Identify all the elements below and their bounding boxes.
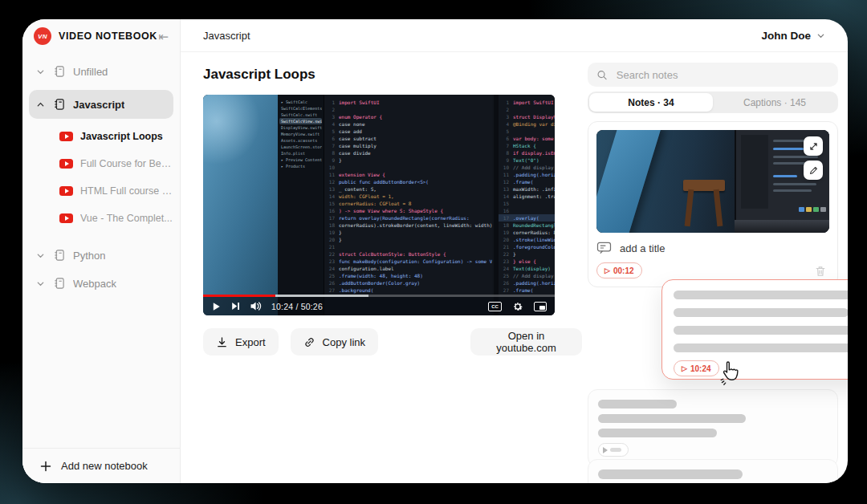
time-display: 10:24 / 50:26: [271, 302, 323, 311]
play-outline-icon: ▷: [682, 365, 687, 372]
code-line: 17 return overlay(RoundedRectangle(corne…: [324, 214, 492, 222]
code-line: 14 width: CGFloat = 1,: [324, 193, 492, 200]
player-control-bar: 10:24 / 50:26 CC: [203, 295, 555, 315]
code-line: 25 .frame(width: 48, height: 48): [324, 272, 492, 279]
skeleton-text-bar: [674, 291, 848, 299]
code-line: 16 ) -> some View where S: ShapeStyle {: [324, 207, 492, 214]
tab-captions[interactable]: Captions · 145: [713, 93, 836, 112]
user-menu[interactable]: John Doe: [761, 30, 825, 42]
search-notes-field[interactable]: [588, 63, 838, 87]
chevron-down-icon: [35, 251, 45, 260]
note-card-skeleton[interactable]: [588, 389, 838, 467]
skeleton-timestamp-badge: [598, 443, 629, 457]
settings-gear-icon[interactable]: [512, 301, 523, 312]
copy-link-button[interactable]: Copy link: [291, 328, 378, 356]
next-icon[interactable]: [230, 301, 241, 311]
tab-notes[interactable]: Notes · 34: [589, 93, 713, 112]
breadcrumb: Javascript: [203, 30, 250, 42]
code-line: 1import SwiftUI: [499, 99, 555, 106]
youtube-icon: [59, 132, 73, 141]
sidebar-item-webpack[interactable]: Webpack: [29, 274, 173, 293]
sidebar-video-vue[interactable]: Vue - The Complet...: [22, 209, 173, 228]
sidebar-video-full-course[interactable]: Full Course for Begi...: [22, 154, 173, 173]
top-bar: Javascript John Doe: [181, 19, 848, 52]
sidebar-video-html-course[interactable]: HTML Full course - ...: [22, 181, 173, 201]
note-card[interactable]: add a title ▷ 00:12: [588, 121, 838, 287]
add-notebook-button[interactable]: Add new notebook: [22, 448, 180, 483]
code-line: 8 case divide: [324, 149, 492, 156]
sidebar-item-unfilled[interactable]: Unfilled: [29, 62, 173, 81]
sidebar-item-label: Unfilled: [73, 66, 108, 78]
dragged-timestamp-badge[interactable]: ▷ 10:24: [674, 360, 719, 376]
code-line: 11extension View {: [324, 171, 492, 178]
edit-note-button[interactable]: [804, 161, 823, 180]
code-line: 16: [499, 207, 555, 214]
chevron-down-icon: [35, 279, 45, 288]
video-editor-code-right: 1import SwiftUI23struct DisplayView: Vie…: [494, 95, 555, 315]
code-line: 11 .padding(.horizontal): [499, 171, 555, 178]
search-input[interactable]: [615, 68, 829, 82]
add-notebook-label: Add new notebook: [61, 460, 148, 472]
code-line: 7 case multiply: [324, 142, 492, 149]
code-line: 10: [324, 164, 492, 171]
code-line: 18 cornerRadius).strokeBorder(content, l…: [324, 222, 492, 229]
code-line: 6 var body: some View {: [499, 135, 555, 142]
code-line: 26 .padding(.horizontal): [499, 279, 555, 287]
play-icon: [603, 447, 608, 453]
code-line: 2: [499, 106, 555, 113]
sidebar-item-python[interactable]: Python: [29, 246, 173, 265]
note-thumbnail[interactable]: [596, 130, 829, 233]
expand-icon: [808, 141, 819, 152]
skeleton-text-bar: [598, 469, 743, 479]
code-line: 8 if display.isEmpty {: [499, 149, 555, 156]
sidebar: VN VIDEO NOTEBOOK ⇤ Unfilled Javascript …: [22, 19, 181, 483]
play-icon[interactable]: [211, 301, 222, 312]
code-line: 5 case add: [324, 128, 492, 135]
youtube-icon: [59, 186, 73, 196]
sidebar-video-javascript-loops[interactable]: Javascript Loops: [22, 127, 173, 146]
notes-panel: Notes · 34 Captions · 145: [570, 52, 848, 483]
dragged-note-card[interactable]: ▷ 10:24: [661, 279, 848, 380]
volume-icon[interactable]: [250, 301, 263, 311]
notebook-icon: [53, 277, 65, 290]
file-tree-item: Info.plist: [279, 150, 322, 156]
collapse-sidebar-icon[interactable]: ⇤: [158, 30, 169, 43]
miniplayer-icon[interactable]: [534, 302, 547, 311]
code-line: 26 .addButtonBorder(Color.gray): [324, 279, 492, 287]
captions-icon[interactable]: CC: [488, 302, 502, 311]
file-tree-item: SwiftCalcView.swift: [279, 118, 322, 124]
panel-tabs: Notes · 34 Captions · 145: [588, 91, 838, 113]
open-youtube-button[interactable]: Open in youtube.com: [470, 328, 582, 356]
video-item-label: Javascript Loops: [80, 131, 163, 142]
note-timestamp: 00:12: [613, 266, 634, 275]
code-line: 22struct CalcButtonStyle: ButtonStyle {: [324, 250, 492, 258]
code-line: 9}: [324, 156, 492, 164]
code-line: 6 case subtract: [324, 135, 492, 142]
code-line: 2: [324, 106, 492, 113]
expand-note-button[interactable]: [804, 136, 823, 156]
skeleton-text-bar: [598, 429, 717, 437]
code-line: 25 // Add display ident: [499, 272, 555, 279]
code-line: 12 public func addButtonBorder<S>(: [324, 178, 492, 185]
note-title-row[interactable]: add a title: [596, 242, 829, 254]
video-frame-decor: [203, 95, 278, 315]
code-line: 24 configuration.label: [324, 265, 492, 272]
code-line: 12 .frame(: [499, 178, 555, 185]
file-tree-item: ▸ Products: [279, 163, 322, 169]
note-card-skeleton-partial[interactable]: [588, 459, 838, 483]
export-button[interactable]: Export: [203, 328, 279, 356]
sidebar-item-label: Javascript: [73, 99, 124, 111]
export-label: Export: [235, 336, 266, 348]
video-player[interactable]: ▸ SwiftCalcSwiftCalcElementsSwiftCalc.sw…: [203, 95, 555, 315]
code-line: 21 .foregroundColor(: [499, 243, 555, 250]
skeleton-text-bar: [674, 326, 848, 335]
code-line: 5: [499, 128, 555, 135]
pencil-icon: [808, 165, 819, 176]
sidebar-item-javascript[interactable]: Javascript: [29, 90, 173, 119]
video-actions: Export Copy link Open in youtube.com: [203, 328, 570, 356]
youtube-icon: [59, 213, 73, 223]
file-tree-item: Assets.xcassets: [279, 137, 322, 144]
delete-note-icon[interactable]: [814, 265, 827, 278]
file-tree-item: SwiftCalcElements: [279, 105, 322, 112]
note-timestamp-badge[interactable]: ▷ 00:12: [596, 262, 642, 278]
